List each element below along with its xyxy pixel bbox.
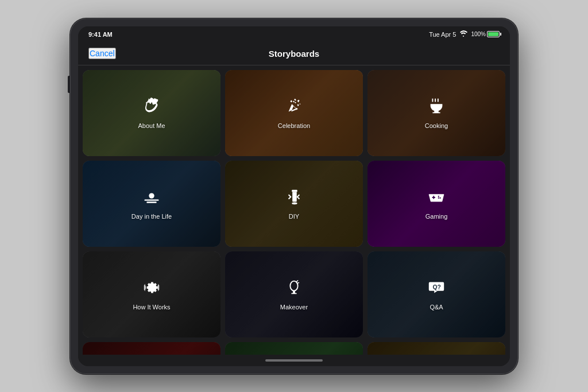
diy-content: DIY: [225, 161, 363, 247]
status-bar: 9:41 AM Tue Apr 5 100%: [78, 26, 510, 42]
ipad-device: 9:41 AM Tue Apr 5 100% Cancel Stor: [70, 18, 518, 374]
qa-label: Q&A: [430, 304, 443, 311]
svg-rect-10: [291, 293, 296, 294]
svg-point-3: [292, 202, 297, 204]
battery-body: [487, 31, 500, 37]
ipad-screen: 9:41 AM Tue Apr 5 100% Cancel Stor: [78, 26, 510, 366]
celebration-content: Celebration: [225, 70, 363, 156]
svg-point-8: [290, 281, 297, 291]
status-right: Tue Apr 5 100%: [429, 30, 500, 38]
party-icon: [284, 96, 304, 119]
about-me-label: About Me: [138, 122, 165, 129]
storyboards-grid: About Me Celebration: [83, 70, 505, 355]
diy-icon: [284, 187, 304, 209]
nav-title: Storyboards: [269, 49, 319, 59]
nav-bar: Cancel Storyboards: [78, 42, 510, 65]
grid-item-thankyou[interactable]: Thank You: [225, 342, 363, 355]
status-date: Tue Apr 5: [429, 31, 456, 38]
daylife-label: Day in the Life: [131, 213, 172, 220]
makeover-label: Makeover: [280, 304, 308, 311]
cooking-label: Cooking: [425, 122, 448, 129]
gaming-content: Gaming: [368, 161, 505, 247]
qa-icon: Q?: [427, 278, 446, 300]
gaming-label: Gaming: [425, 213, 448, 220]
about-me-content: About Me: [83, 70, 220, 156]
wave-icon: [142, 96, 161, 119]
svg-point-7: [438, 197, 439, 199]
grid-item-cooking[interactable]: Cooking: [368, 70, 505, 156]
cancel-button[interactable]: Cancel: [88, 48, 116, 59]
film-content: Film: [83, 342, 220, 355]
diy-label: DIY: [289, 213, 299, 220]
sunrise-icon: [142, 187, 161, 209]
svg-point-4: [438, 196, 439, 197]
battery-pct: 100%: [471, 31, 486, 37]
wifi-icon: [459, 30, 467, 38]
top5-content: Top 5: [368, 342, 505, 355]
svg-rect-1: [292, 190, 297, 192]
grid-item-makeover[interactable]: Makeover: [225, 251, 363, 337]
grid-item-top5[interactable]: Top 5: [368, 342, 505, 355]
qa-content: Q? Q&A: [368, 251, 505, 337]
grid-item-gaming[interactable]: Gaming: [368, 161, 505, 247]
svg-text:Q?: Q?: [432, 284, 440, 290]
grid-item-daylife[interactable]: Day in the Life: [83, 161, 220, 247]
cooking-content: Cooking: [368, 70, 505, 156]
daylife-content: Day in the Life: [83, 161, 220, 247]
gears-icon: [142, 278, 161, 300]
grid-item-qa[interactable]: Q? Q&A: [368, 251, 505, 337]
svg-rect-2: [292, 192, 297, 202]
thankyou-content: Thank You: [225, 342, 363, 355]
grid-item-film[interactable]: Film: [83, 342, 220, 355]
makeover-content: Makeover: [225, 251, 363, 337]
celebration-label: Celebration: [278, 122, 310, 129]
grid-item-howitworks[interactable]: How It Works: [83, 251, 220, 337]
battery: 100%: [471, 31, 500, 37]
battery-fill: [488, 32, 498, 36]
howitworks-content: How It Works: [83, 251, 220, 337]
grid-item-diy[interactable]: DIY: [225, 161, 363, 247]
howitworks-label: How It Works: [133, 304, 170, 311]
home-indicator: [78, 355, 510, 366]
cooking-icon: [427, 96, 446, 119]
grid-container: About Me Celebration: [78, 65, 510, 355]
grid-item-celebration[interactable]: Celebration: [225, 70, 363, 156]
mirror-icon: [284, 278, 304, 300]
home-bar: [265, 359, 323, 362]
grid-item-about-me[interactable]: About Me: [83, 70, 220, 156]
status-time: 9:41 AM: [88, 31, 113, 38]
svg-point-5: [439, 197, 440, 199]
gamepad-icon: [427, 187, 446, 209]
svg-point-0: [149, 193, 154, 198]
